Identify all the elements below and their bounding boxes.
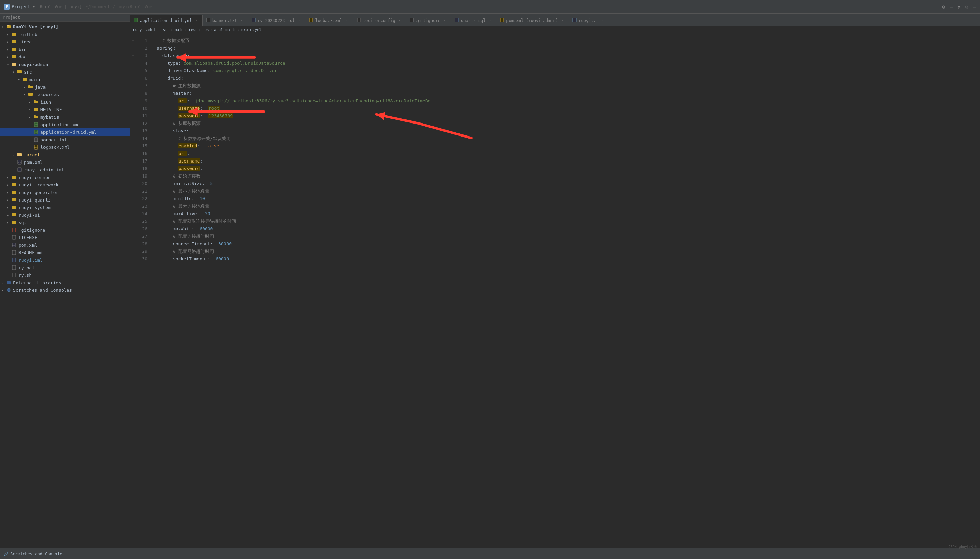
tree-arrow-idea: ▸ [7,40,11,44]
sidebar-item-github[interactable]: ▸.github [0,30,130,38]
code-line-1: # 数据源配置 [157,37,975,45]
branches-icon[interactable]: ⇄ [958,4,960,10]
tab-label-gitignore: .gitignore [416,18,440,23]
tree-label-i18n: i18n [40,99,51,105]
code-line-22: minIdle: 10 [157,195,975,203]
tab-close-quartz-sql[interactable]: × [488,18,492,23]
tree-icon-ruoyi-admin [11,62,17,67]
sidebar-item-application-druid-yml[interactable]: ymlapplication-druid.yml [0,128,130,136]
sidebar-item-license[interactable]: LICENSE [0,234,130,241]
tab-pom-xml-ruoyi-admin[interactable]: pom.xml (ruoyi-admin)× [496,15,569,26]
tab-icon-ruoyi-partial [573,18,576,23]
tree-icon-ruoyi-common [11,175,17,180]
sidebar-item-pom-xml-admin[interactable]: pompom.xml [0,159,130,166]
sidebar-item-pom-xml-root[interactable]: pompom.xml [0,241,130,249]
sidebar-item-ruoyi-admin-iml[interactable]: ruoyi-admin.iml [0,166,130,174]
code-line-29: # 配置网络超时时间 [157,248,975,255]
sidebar-item-ruoyi-iml[interactable]: ruoyi.iml [0,256,130,264]
svg-rect-63 [207,18,210,22]
tab-close-gitignore[interactable]: × [442,18,447,23]
tree-arrow-ruoyi-vue-root: ▾ [2,25,5,29]
scratches-label: Scratches and Consoles [10,551,65,556]
sidebar-item-sql[interactable]: ▸sql [0,218,130,226]
sidebar-item-main[interactable]: ▾main [0,76,130,83]
svg-rect-53 [12,235,16,240]
tab-close-application-druid-yml[interactable]: × [194,18,199,23]
tab-close-pom-xml-ruoyi-admin[interactable]: × [560,18,565,23]
sidebar-item-scratches[interactable]: ▸Scratches and Consoles [0,286,130,294]
sidebar-item-target[interactable]: ▸target [0,151,130,159]
tree-icon-gitignore-root [11,228,17,232]
tree-icon-pom-xml-root: pom [11,243,17,247]
tab-ruoyi-partial[interactable]: ruoyi...× [569,15,609,26]
settings-icon[interactable]: ⚙ [942,4,945,10]
sidebar-item-ruoyi-admin[interactable]: ▾ruoyi-admin [0,61,130,68]
sidebar-item-ruoyi-common[interactable]: ▸ruoyi-common [0,174,130,181]
tab-close-banner-txt[interactable]: × [239,18,244,23]
tab-icon-logback-xml [309,18,313,23]
sidebar-item-java[interactable]: ▸java [0,83,130,91]
tab-close-editorconfig[interactable]: × [397,18,402,23]
line-number-26: 26 [136,225,147,233]
svg-rect-43 [12,190,14,192]
tree-icon-application-druid-yml: yml [33,130,39,134]
sidebar-item-ruoyi-generator[interactable]: ▸ruoyi-generator [0,189,130,196]
sidebar-item-ruoyi-ui[interactable]: ▸ruoyi-ui [0,211,130,218]
sidebar-item-banner-txt[interactable]: banner.txt [0,136,130,143]
project-dropdown-icon[interactable]: ▾ [33,4,35,9]
tree-label-ruoyi-iml: ruoyi.iml [18,258,42,263]
code-line-19: # 初始连接数 [157,172,975,180]
sidebar-item-ry-bat[interactable]: ry.bat [0,264,130,271]
tab-gitignore[interactable]: .gitignore× [406,15,451,26]
sidebar-item-readme[interactable]: README.md [0,249,130,256]
code-line-23: # 最大连接池数量 [157,203,975,210]
sidebar-item-src[interactable]: ▾src [0,68,130,76]
breadcrumb-sep3: › [185,28,187,32]
code-area[interactable]: # 数据源配置spring: datasource: type: com.ali… [151,34,980,548]
tab-banner-txt[interactable]: banner.txt× [203,15,248,26]
gear-icon[interactable]: ⚙ [965,4,968,10]
sidebar-item-ruoyi-vue-root[interactable]: ▾RuoYi-Vue [ruoyi] [0,23,130,30]
sidebar-item-gitignore-root[interactable]: .gitignore [0,226,130,234]
tab-ry-20230223-sql[interactable]: ry_20230223.sql× [248,15,305,26]
tab-application-druid-yml[interactable]: application-druid.yml× [130,15,203,26]
tab-editorconfig[interactable]: .editorconfig× [353,15,406,26]
sidebar-item-logback-xml[interactable]: xmllogback.xml [0,143,130,151]
breadcrumb-part1: ruoyi-admin [133,28,158,32]
structure-icon[interactable]: ≡ [950,4,953,10]
sidebar-item-ry-sh[interactable]: ry.sh [0,271,130,279]
tab-logback-xml[interactable]: logback.xml× [305,15,353,26]
tree-icon-license [11,235,17,240]
sidebar-item-ruoyi-framework[interactable]: ▸ruoyi-framework [0,181,130,189]
sidebar-item-external-libs[interactable]: ▸External Libraries [0,279,130,286]
tab-label-banner-txt: banner.txt [212,18,237,23]
sidebar-item-i18n[interactable]: ▸i18n [0,98,130,106]
gutter-6: ▾ [130,52,136,60]
code-line-20: initialSize: 5 [157,180,975,187]
tab-close-ry-20230223-sql[interactable]: × [297,18,301,23]
code-line-4: type: com.alibaba.druid.pool.DruidDataSo… [157,60,975,67]
sidebar-item-doc[interactable]: ▸doc [0,53,130,61]
tab-quartz-sql[interactable]: quartz.sql× [451,15,496,26]
scratches-bar[interactable]: 🖊 Scratches and Consoles [0,548,980,559]
sidebar-item-meta-inf[interactable]: ▸META-INF [0,106,130,113]
line-number-9: 9 [136,97,147,105]
svg-rect-30 [34,137,38,142]
sidebar-item-ruoyi-system[interactable]: ▸ruoyi-system [0,203,130,211]
sidebar-item-application-yml[interactable]: ymlapplication.yml [0,121,130,128]
sidebar-item-bin[interactable]: ▸bin [0,46,130,53]
tree-arrow-ruoyi-common: ▸ [7,175,11,179]
svg-rect-64 [252,18,255,22]
svg-rect-1 [7,25,8,26]
tab-close-ruoyi-partial[interactable]: × [601,18,605,23]
sidebar-content[interactable]: ▾RuoYi-Vue [ruoyi]▸.github▸.idea▸bin▸doc… [0,22,130,548]
minimize-icon[interactable]: − [973,4,976,10]
gutter-13: ▾ [130,89,136,97]
sidebar-item-resources[interactable]: ▾resources [0,91,130,98]
sidebar-item-idea[interactable]: ▸.idea [0,38,130,46]
sidebar-item-mybatis[interactable]: ▸mybatis [0,113,130,121]
svg-rect-68 [455,18,459,22]
tab-close-logback-xml[interactable]: × [344,18,349,23]
sidebar-item-ruoyi-quartz[interactable]: ▸ruoyi-quartz [0,196,130,203]
code-line-18: password: [157,165,975,172]
